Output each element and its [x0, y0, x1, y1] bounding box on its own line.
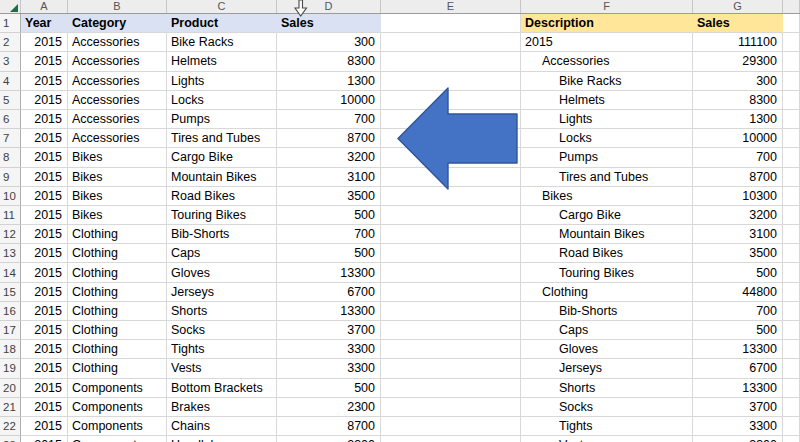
cell-E17[interactable]	[381, 321, 521, 340]
cell-E15[interactable]	[381, 283, 521, 302]
cell-D7[interactable]: 8700	[277, 129, 381, 148]
cell-F20[interactable]: Shorts	[521, 379, 693, 398]
row-header-12[interactable]: 12	[0, 225, 21, 244]
cell-C12[interactable]: Bib-Shorts	[167, 225, 277, 244]
cell-E19[interactable]	[381, 359, 521, 378]
cell-B19[interactable]: Clothing	[68, 359, 167, 378]
cell-D23[interactable]: 2300	[277, 436, 381, 442]
cell-D18[interactable]: 3300	[277, 340, 381, 359]
cell-D21[interactable]: 2300	[277, 398, 381, 417]
cell-D3[interactable]: 8300	[277, 52, 381, 71]
cell-F4[interactable]: Bike Racks	[521, 72, 693, 91]
row-header-19[interactable]: 19	[0, 359, 21, 378]
cell-F22[interactable]: Tights	[521, 417, 693, 436]
cell-E1[interactable]	[381, 14, 521, 33]
cell-C22[interactable]: Chains	[167, 417, 277, 436]
cell-H15[interactable]	[783, 283, 800, 302]
cell-E11[interactable]	[381, 206, 521, 225]
row-header-14[interactable]: 14	[0, 263, 21, 282]
cell-E14[interactable]	[381, 263, 521, 282]
cell-H8[interactable]	[783, 148, 800, 167]
cell-G7[interactable]: 10000	[693, 129, 783, 148]
cell-C7[interactable]: Tires and Tubes	[167, 129, 277, 148]
cell-G1[interactable]: Sales	[693, 14, 783, 33]
column-header-G[interactable]: G	[693, 0, 783, 13]
cell-A13[interactable]: 2015	[21, 244, 68, 263]
row-header-16[interactable]: 16	[0, 302, 21, 321]
cell-C21[interactable]: Brakes	[167, 398, 277, 417]
cell-E21[interactable]	[381, 398, 521, 417]
cell-A18[interactable]: 2015	[21, 340, 68, 359]
cell-B2[interactable]: Accessories	[68, 33, 167, 52]
row-header-4[interactable]: 4	[0, 72, 21, 91]
cell-B17[interactable]: Clothing	[68, 321, 167, 340]
cell-G14[interactable]: 500	[693, 263, 783, 282]
cell-B4[interactable]: Accessories	[68, 72, 167, 91]
cell-A5[interactable]: 2015	[21, 91, 68, 110]
cell-D5[interactable]: 10000	[277, 91, 381, 110]
cell-C16[interactable]: Shorts	[167, 302, 277, 321]
cell-E12[interactable]	[381, 225, 521, 244]
cell-H19[interactable]	[783, 359, 800, 378]
cell-B22[interactable]: Components	[68, 417, 167, 436]
cell-A22[interactable]: 2015	[21, 417, 68, 436]
cell-F14[interactable]: Touring Bikes	[521, 263, 693, 282]
cell-F21[interactable]: Socks	[521, 398, 693, 417]
cell-H4[interactable]	[783, 72, 800, 91]
cell-C8[interactable]: Cargo Bike	[167, 148, 277, 167]
cell-F15[interactable]: Clothing	[521, 283, 693, 302]
cell-H14[interactable]	[783, 263, 800, 282]
cell-A23[interactable]: 2015	[21, 436, 68, 442]
cell-F7[interactable]: Locks	[521, 129, 693, 148]
cell-A8[interactable]: 2015	[21, 148, 68, 167]
row-header-20[interactable]: 20	[0, 379, 21, 398]
cell-G10[interactable]: 10300	[693, 187, 783, 206]
column-header-A[interactable]: A	[21, 0, 68, 13]
cell-A1[interactable]: Year	[21, 14, 68, 33]
cell-D15[interactable]: 6700	[277, 283, 381, 302]
cell-F23[interactable]: Vests	[521, 436, 693, 442]
cell-E23[interactable]	[381, 436, 521, 442]
cell-G11[interactable]: 3200	[693, 206, 783, 225]
cell-D9[interactable]: 3100	[277, 168, 381, 187]
cell-F10[interactable]: Bikes	[521, 187, 693, 206]
column-header-B[interactable]: B	[68, 0, 167, 13]
cell-F18[interactable]: Gloves	[521, 340, 693, 359]
cell-B1[interactable]: Category	[68, 14, 167, 33]
cell-C19[interactable]: Vests	[167, 359, 277, 378]
cell-A20[interactable]: 2015	[21, 379, 68, 398]
cell-E20[interactable]	[381, 379, 521, 398]
cell-F13[interactable]: Road Bikes	[521, 244, 693, 263]
cell-A16[interactable]: 2015	[21, 302, 68, 321]
cell-C13[interactable]: Caps	[167, 244, 277, 263]
cell-F8[interactable]: Pumps	[521, 148, 693, 167]
cell-C10[interactable]: Road Bikes	[167, 187, 277, 206]
cell-B5[interactable]: Accessories	[68, 91, 167, 110]
cell-G23[interactable]: 3300	[693, 436, 783, 442]
cell-G5[interactable]: 8300	[693, 91, 783, 110]
cell-G20[interactable]: 13300	[693, 379, 783, 398]
row-header-5[interactable]: 5	[0, 91, 21, 110]
left-arrow-shape[interactable]	[397, 87, 518, 190]
cell-B21[interactable]: Components	[68, 398, 167, 417]
cell-H6[interactable]	[783, 110, 800, 129]
cell-F1[interactable]: Description	[521, 14, 693, 33]
cell-G2[interactable]: 111100	[693, 33, 783, 52]
cell-B7[interactable]: Accessories	[68, 129, 167, 148]
cell-F16[interactable]: Bib-Shorts	[521, 302, 693, 321]
cell-C5[interactable]: Locks	[167, 91, 277, 110]
cell-G16[interactable]: 700	[693, 302, 783, 321]
cell-C4[interactable]: Lights	[167, 72, 277, 91]
cell-H11[interactable]	[783, 206, 800, 225]
cell-E3[interactable]	[381, 52, 521, 71]
cell-A19[interactable]: 2015	[21, 359, 68, 378]
cell-B15[interactable]: Clothing	[68, 283, 167, 302]
cell-D12[interactable]: 700	[277, 225, 381, 244]
cell-C17[interactable]: Socks	[167, 321, 277, 340]
cell-B11[interactable]: Bikes	[68, 206, 167, 225]
cell-B3[interactable]: Accessories	[68, 52, 167, 71]
row-header-10[interactable]: 10	[0, 187, 21, 206]
cell-H21[interactable]	[783, 398, 800, 417]
cell-G4[interactable]: 300	[693, 72, 783, 91]
cell-D6[interactable]: 700	[277, 110, 381, 129]
